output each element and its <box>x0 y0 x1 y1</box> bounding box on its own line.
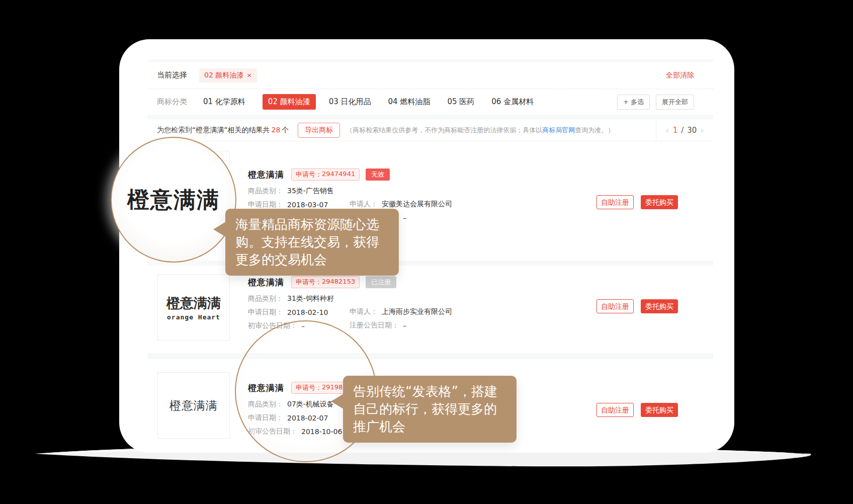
status-badge: 已注册 <box>366 276 396 288</box>
field-value: – <box>403 214 406 222</box>
results-count: 28 <box>272 126 281 134</box>
field-value: 上海雨步实业有限公司 <box>382 307 452 316</box>
field-label: 商品类别： <box>248 294 283 303</box>
application-number-value: 29482153 <box>322 278 355 287</box>
entrust-purchase-button[interactable]: 委托购买 <box>641 403 678 417</box>
category-tools: + 多选 展开全部 <box>617 95 694 110</box>
self-register-button[interactable]: 自助注册 <box>596 403 634 417</box>
field-label: 注册公告日期： <box>350 321 399 330</box>
trademark-image: 橙意满满 orange Heart <box>157 274 230 341</box>
filter-panel: 当前选择 02 颜料油漆 × 全部清除 商标分类 01 化学原料 02 颜料油漆… <box>147 62 713 115</box>
results-disclaimer: （商标检索结果仅供参考，不作为商标能否注册的法律依据；具体以商标局官网查询为准。… <box>346 126 614 135</box>
results-summary: 为您检索到“橙意满满”相关的结果共28个 <box>157 126 289 135</box>
next-page-icon[interactable]: › <box>700 126 704 135</box>
export-trademark-button[interactable]: 导出商标 <box>298 123 340 138</box>
table-row: 橙意满满 orange Heart 橙意满满 申请号：29482153 已注册 … <box>147 266 713 353</box>
disclaimer-text: （商标检索结果仅供参考，不作为商标能否注册的法律依据；具体以 <box>346 126 542 134</box>
category-item-04[interactable]: 04 燃料油脂 <box>388 97 431 107</box>
prev-page-icon[interactable]: ‹ <box>665 126 669 135</box>
field-label: 申请日期： <box>248 200 283 209</box>
current-page: 1 <box>673 126 678 135</box>
field-label: 申请日期： <box>248 308 283 317</box>
selected-filter-tag-label: 02 颜料油漆 <box>204 71 243 80</box>
category-row: 商标分类 01 化学原料 02 颜料油漆 03 日化用品 04 燃料油脂 05 … <box>147 89 713 115</box>
results-summary-suffix: 个 <box>282 126 289 134</box>
application-number-tag: 申请号：29474941 <box>291 169 360 181</box>
row-actions: 自助注册 委托购买 <box>596 403 678 417</box>
field-value: 2018-02-10 <box>287 308 328 316</box>
field-label: 商品类别： <box>248 187 283 196</box>
category-label: 商标分类 <box>157 97 187 107</box>
category-item-03[interactable]: 03 日化用品 <box>329 97 371 107</box>
trademark-image-subtext: orange Heart <box>167 313 220 321</box>
clear-all-button[interactable]: 全部清除 <box>666 71 694 80</box>
multi-select-button[interactable]: + 多选 <box>617 95 650 110</box>
category-item-01[interactable]: 01 化学原料 <box>203 97 245 107</box>
field-label: 申请人： <box>350 200 378 209</box>
row-actions: 自助注册 委托购买 <box>596 195 678 209</box>
self-register-button[interactable]: 自助注册 <box>596 299 634 313</box>
trademark-name: 橙意满满 <box>248 277 284 288</box>
field-value: 31类-饲料种籽 <box>287 294 334 303</box>
magnifier-lens-top: 橙意满满 <box>111 137 236 263</box>
category-item-05[interactable]: 05 医药 <box>447 97 474 107</box>
application-number-tag: 申请号：29482153 <box>291 276 360 288</box>
field-label: 申请人： <box>350 307 378 316</box>
total-pages: 30 <box>687 126 697 135</box>
results-header: 为您检索到“橙意满满”相关的结果共28个 导出商标 （商标检索结果仅供参考，不作… <box>147 119 713 141</box>
selected-filter-tag[interactable]: 02 颜料油漆 × <box>199 68 257 82</box>
trademark-image-text: 橙意满满 <box>169 398 218 413</box>
category-item-06[interactable]: 06 金属材料 <box>491 97 534 107</box>
callout-promotion: 告别传统“发表格”，搭建自己的标行，获得更多的推广机会 <box>343 376 517 443</box>
page-separator: / <box>681 126 684 135</box>
trademark-image: 橙意满满 <box>157 372 230 439</box>
disclaimer-text-end: 查询为准。） <box>575 126 614 134</box>
trademark-name: 橙意满满 <box>248 169 284 181</box>
category-item-02-selected[interactable]: 02 颜料油漆 <box>263 94 316 110</box>
magnified-trademark-text: 橙意满满 <box>127 185 220 215</box>
entrust-purchase-button[interactable]: 委托购买 <box>641 195 678 209</box>
trademark-office-link[interactable]: 商标局官网 <box>542 126 575 134</box>
current-selection-row: 当前选择 02 颜料油漆 × 全部清除 <box>147 62 713 89</box>
row-actions: 自助注册 委托购买 <box>596 299 678 313</box>
current-selection-label: 当前选择 <box>157 70 187 80</box>
results-summary-prefix: 为您检索到“橙意满满”相关的结果共 <box>157 126 270 134</box>
expand-all-button[interactable]: 展开全部 <box>656 95 694 110</box>
application-number-label: 申请号： <box>296 278 322 287</box>
callout-trade-resources: 海量精品商标资源随心选购。支持在线交易，获得更多的交易机会 <box>225 209 399 276</box>
self-register-button[interactable]: 自助注册 <box>596 195 634 209</box>
status-badge: 无效 <box>366 169 390 181</box>
application-number-value: 29474941 <box>322 170 355 179</box>
tag-close-icon[interactable]: × <box>246 71 252 79</box>
field-value: 2018-03-07 <box>287 201 328 209</box>
entrust-purchase-button[interactable]: 委托购买 <box>641 299 678 313</box>
application-number-label: 申请号： <box>296 170 322 179</box>
field-value: – <box>403 321 406 329</box>
field-value: 安徽美达会展有限公司 <box>382 200 452 209</box>
field-value: 35类-广告销售 <box>287 187 334 196</box>
pagination: ‹ 1 / 30 › <box>656 119 713 141</box>
trademark-image-text: 橙意满满 <box>166 294 221 312</box>
